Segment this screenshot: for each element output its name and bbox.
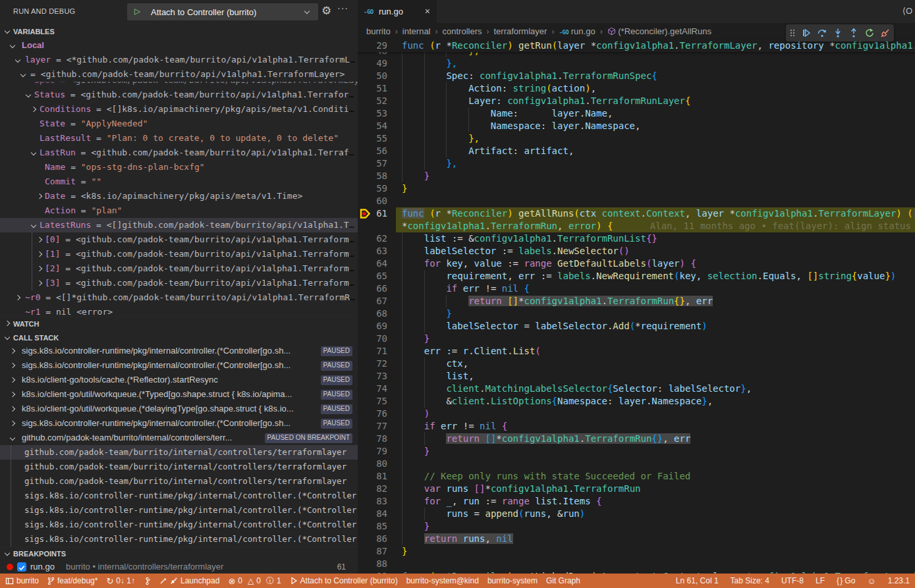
breakpoint-row[interactable]: run.goburrito • internal/controllers/ter… xyxy=(0,560,358,574)
section-variables[interactable]: VARIABLES xyxy=(0,24,358,38)
code-line[interactable]: 49 }, xyxy=(358,57,915,70)
restart-icon[interactable] xyxy=(864,28,875,38)
code-line[interactable]: 60 xyxy=(358,195,915,207)
stack-chevron-icon[interactable] xyxy=(10,421,15,426)
stack-chevron-icon[interactable] xyxy=(10,435,15,441)
variable-row[interactable]: State = "ApplyNeeded" xyxy=(0,117,358,131)
code-line[interactable]: 65 requirement, err := labels.NewRequire… xyxy=(358,270,915,282)
disconnect-icon[interactable] xyxy=(880,28,891,38)
tree-chevron-icon[interactable] xyxy=(31,150,36,155)
variable-row[interactable]: Commit = "" xyxy=(0,174,358,189)
remote-indicator[interactable]: burrito xyxy=(5,576,39,585)
code-line[interactable]: 71 err := r.Client.List( xyxy=(358,345,915,358)
gear-icon[interactable]: ⚙ xyxy=(321,5,331,16)
breadcrumb-item[interactable]: controllers xyxy=(443,26,482,36)
git-branch[interactable]: feat/debug* xyxy=(47,576,97,585)
kube-namespace[interactable]: burrito-system xyxy=(487,576,538,585)
cursor-position[interactable]: Ln 61, Col 1 xyxy=(676,576,719,585)
code-line[interactable]: 87} xyxy=(358,545,915,558)
stack-chevron-icon[interactable] xyxy=(10,348,15,354)
code-line[interactable]: 79 } xyxy=(358,445,915,458)
breadcrumb-item[interactable]: internal xyxy=(402,26,431,36)
variable-row[interactable]: LatestRuns = <[]github.com/padok-team/bu… xyxy=(0,218,358,232)
git-graph[interactable]: Git Graph xyxy=(546,576,580,585)
code-line[interactable]: 62 list := &configv1alpha1.TerraformRunL… xyxy=(358,232,915,245)
variable-row[interactable]: Name = "ops-stg-dns-plan-bcxfg" xyxy=(0,160,358,174)
variable-row[interactable]: [2] = <github.com/padok-team/burrito/api… xyxy=(0,261,358,276)
stack-frame-row[interactable]: sigs.k8s.io/controller-runtime/pkg/inter… xyxy=(0,518,358,532)
tree-chevron-icon[interactable] xyxy=(37,252,42,257)
variable-row[interactable]: LastRun = <github.com/padok-team/burrito… xyxy=(0,146,358,160)
tree-chevron-icon[interactable] xyxy=(10,43,15,48)
code-line[interactable]: 66 if err != nil { xyxy=(358,282,915,295)
code-line[interactable]: 59} xyxy=(358,182,915,195)
variable-row[interactable]: = <github.com/padok-team/burrito/api/v1a… xyxy=(0,67,358,82)
variable-row[interactable]: [1] = <github.com/padok-team/burrito/api… xyxy=(0,247,358,261)
callstack-row[interactable]: k8s.io/client-go/util/workqueue.(*Typed[… xyxy=(0,387,358,402)
split-editor-icon[interactable]: ⟨O xyxy=(902,6,912,16)
variable-row[interactable]: ~r0 = <[]*github.com/padok-team/burrito/… xyxy=(0,290,358,305)
code-line[interactable]: 85 } xyxy=(358,520,915,533)
stack-chevron-icon[interactable] xyxy=(10,363,15,368)
code-line[interactable]: 54 Namespace: layer.Namespace, xyxy=(358,120,915,132)
code-line[interactable]: 86 return runs, nil xyxy=(358,533,915,545)
code-line[interactable]: 81 // Keep only runs with state Succeede… xyxy=(358,470,915,483)
kube-context[interactable]: burrito-system@kind xyxy=(406,576,479,585)
breadcrumb-item[interactable]: terraformlayer xyxy=(493,26,547,36)
tree-chevron-icon[interactable] xyxy=(37,194,42,199)
start-debug-icon[interactable]: ▷ xyxy=(134,7,140,16)
variable-row[interactable]: layer = <*github.com/padok-team/burrito/… xyxy=(0,53,358,67)
tree-chevron-icon[interactable] xyxy=(31,107,36,112)
code-line[interactable]: 73 list, xyxy=(358,370,915,383)
code-line[interactable]: 74 client.MatchingLabelsSelector{Selecto… xyxy=(358,383,915,395)
tree-chevron-icon[interactable] xyxy=(37,237,42,242)
callstack-row[interactable]: k8s.io/client-go/util/workqueue.(*delayi… xyxy=(0,402,358,416)
callstack-row[interactable]: sigs.k8s.io/controller-runtime/pkg/inter… xyxy=(0,358,358,373)
code-line[interactable]: 56 Artifact: artifact, xyxy=(358,145,915,157)
feedback-icon[interactable]: ☺ xyxy=(867,576,875,586)
code-line[interactable]: 83 for _, run := range list.Items { xyxy=(358,495,915,508)
tree-chevron-icon[interactable] xyxy=(15,295,20,300)
stack-frame-row[interactable]: sigs.k8s.io/controller-runtime/pkg/inter… xyxy=(0,532,358,547)
stack-frame-row[interactable]: github.com/padok-team/burrito/internal/c… xyxy=(0,460,358,474)
sync-changes[interactable]: ↻0↓ 1↑ xyxy=(106,576,135,586)
breadcrumb-item[interactable]: burrito xyxy=(366,26,391,36)
drag-handle-icon[interactable] xyxy=(789,28,796,38)
code-line[interactable]: 50 Spec: configv1alpha1.TerraformRunSpec… xyxy=(358,70,915,82)
variable-row[interactable]: [0] = <github.com/padok-team/burrito/api… xyxy=(0,232,358,247)
tab-run-go[interactable]: -GO run.go × xyxy=(358,0,437,23)
tab-close-icon[interactable]: × xyxy=(425,6,430,16)
variable-row[interactable]: Action = "plan" xyxy=(0,203,358,218)
code-line[interactable]: 82 var runs []*configv1alpha1.TerraformR… xyxy=(358,483,915,495)
code-line[interactable]: 63 labelSelector := labels.NewSelector() xyxy=(358,245,915,257)
code-line[interactable]: 53 Name: layer.Name, xyxy=(358,107,915,120)
stack-frame-row[interactable]: github.com/padok-team/burrito/internal/c… xyxy=(0,474,358,489)
language-mode[interactable]: { }Go xyxy=(837,576,855,585)
debug-config-dropdown[interactable]: ▷ Attach to Controller (burrito) xyxy=(127,3,318,20)
code-line[interactable]: 57 }, xyxy=(358,157,915,170)
tree-chevron-icon[interactable] xyxy=(37,281,42,286)
variable-row[interactable]: Local xyxy=(0,38,358,53)
code-line[interactable]: 69 labelSelector = labelSelector.Add(*re… xyxy=(358,320,915,333)
source-control-graph-icon[interactable] xyxy=(144,577,151,585)
stack-frame-row[interactable]: github.com/padok-team/burrito/internal/c… xyxy=(0,445,358,460)
code-line[interactable]: 77 if err != nil { xyxy=(358,420,915,433)
tab-size[interactable]: Tab Size: 4 xyxy=(731,576,769,585)
breadcrumb-item[interactable]: (*Reconciler).getAllRuns xyxy=(618,26,711,36)
code-line[interactable]: 75 &client.ListOptions{Namespace: layer.… xyxy=(358,395,915,408)
variable-row[interactable]: Spec = <github.com/padok-team/burrito/ap… xyxy=(0,82,358,88)
continue-icon[interactable] xyxy=(801,28,812,38)
code-line[interactable]: 76 ) xyxy=(358,408,915,420)
variable-row[interactable]: Status = <github.com/padok-team/burrito/… xyxy=(0,88,358,102)
code-line[interactable]: 51 Action: string(action), xyxy=(358,82,915,95)
stack-chevron-icon[interactable] xyxy=(10,406,15,412)
launchpad[interactable]: Launchpad xyxy=(159,576,219,585)
code-line[interactable]: 84 runs = append(runs, &run) xyxy=(358,508,915,520)
more-actions-icon[interactable]: ··· xyxy=(337,3,348,13)
code-line[interactable]: 67 return []*configv1alpha1.TerraformRun… xyxy=(358,295,915,307)
eol[interactable]: LF xyxy=(816,576,825,585)
tree-chevron-icon[interactable] xyxy=(20,72,26,77)
stack-frame-row[interactable]: sigs.k8s.io/controller-runtime/pkg/inter… xyxy=(0,503,358,518)
stack-chevron-icon[interactable] xyxy=(10,392,15,397)
code-line[interactable]: 61func (r *Reconciler) getAllRuns(ctx co… xyxy=(358,207,915,220)
